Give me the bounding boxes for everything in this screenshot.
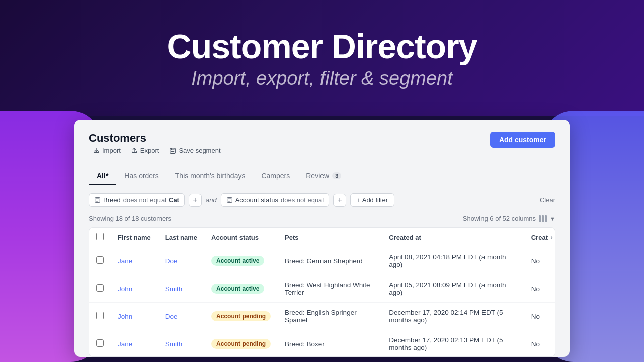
cell-extra: No — [524, 330, 555, 357]
cell-first-name: John — [111, 275, 158, 303]
scroll-right-icon[interactable]: › — [550, 233, 553, 241]
last-name-link[interactable]: Doe — [165, 257, 178, 265]
table-meta: Showing 18 of 18 customers Showing 6 of … — [89, 215, 555, 222]
header-checkbox-cell — [89, 228, 111, 247]
header-left: Customers Import Export — [89, 132, 225, 163]
card-header: Customers Import Export — [89, 132, 555, 163]
row-checkbox-cell — [89, 330, 111, 357]
cell-first-name: Jane — [111, 247, 158, 275]
row-checkbox[interactable] — [96, 339, 104, 347]
svg-rect-0 — [170, 148, 176, 153]
row-checkbox-cell — [89, 303, 111, 330]
customers-table-wrapper: First name Last name Account status Pets… — [89, 227, 555, 357]
last-name-link[interactable]: Smith — [165, 340, 183, 348]
table-row: Jane Smith Account pending Breed: Boxer … — [89, 330, 555, 357]
add-filter-button[interactable]: + Add filter — [350, 193, 394, 207]
status-filter[interactable]: Account status does not equal — [221, 193, 330, 207]
first-name-link[interactable]: John — [118, 285, 132, 293]
table-row: John Doe Account pending Breed: English … — [89, 303, 555, 330]
header-pets: Pets — [278, 228, 382, 247]
row-checkbox[interactable] — [96, 284, 104, 292]
showing-columns-text: Showing 6 of 52 columns — [463, 215, 536, 222]
tabs-container: All* Has orders This month's birthdays C… — [89, 167, 555, 185]
row-checkbox[interactable] — [96, 312, 104, 319]
cell-first-name: Jane — [111, 330, 158, 357]
cell-extra: No — [524, 247, 555, 275]
cell-pets: Breed: English Springer Spaniel — [278, 303, 382, 330]
header-last-name: Last name — [158, 228, 204, 247]
status-filter-plus[interactable]: + — [333, 194, 346, 207]
cell-last-name: Doe — [158, 303, 204, 330]
cell-last-name: Doe — [158, 247, 204, 275]
header-created-extra: Creat › — [524, 228, 555, 247]
import-button[interactable]: Import — [89, 145, 125, 156]
tab-has-orders[interactable]: Has orders — [116, 168, 167, 185]
tab-birthdays[interactable]: This month's birthdays — [167, 168, 254, 185]
cell-extra: No — [524, 303, 555, 330]
hero-title: Customer Directory — [167, 27, 477, 66]
row-checkbox[interactable] — [96, 256, 104, 264]
columns-icon — [539, 215, 547, 222]
columns-selector[interactable]: Showing 6 of 52 columns ▼ — [463, 215, 555, 222]
table-row: Jane Doe Account active Breed: German Sh… — [89, 247, 555, 275]
export-button[interactable]: Export — [127, 145, 164, 156]
select-all-checkbox[interactable] — [96, 233, 104, 240]
showing-customers-text: Showing 18 of 18 customers — [89, 215, 171, 222]
cell-extra: No — [524, 275, 555, 303]
breed-filter-icon — [94, 197, 101, 203]
breed-filter[interactable]: Breed does not equal Cat — [89, 193, 185, 207]
customers-table: First name Last name Account status Pets… — [89, 228, 555, 357]
status-badge: Account active — [211, 256, 264, 266]
cell-pets: Breed: Boxer — [278, 330, 382, 357]
cell-first-name: John — [111, 303, 158, 330]
export-icon — [131, 147, 138, 154]
main-card: Customers Import Export — [74, 120, 570, 357]
first-name-link[interactable]: Jane — [118, 340, 132, 348]
tab-campers[interactable]: Campers — [253, 168, 298, 185]
table-header-row: First name Last name Account status Pets… — [89, 228, 555, 247]
cell-pets: Breed: West Highland White Terrier — [278, 275, 382, 303]
add-customer-button[interactable]: Add customer — [490, 132, 555, 148]
breed-filter-plus[interactable]: + — [189, 194, 202, 207]
hero-subtitle: Import, export, filter & segment — [191, 68, 453, 89]
tab-review[interactable]: Review 3 — [298, 168, 349, 185]
table-row: John Smith Account active Breed: West Hi… — [89, 275, 555, 303]
chevron-down-icon: ▼ — [550, 216, 555, 222]
cell-created-at: April 05, 2021 08:09 PM EDT (a month ago… — [382, 275, 524, 303]
tab-all[interactable]: All* — [89, 168, 116, 185]
status-badge: Account active — [211, 284, 264, 294]
page-title: Customers — [89, 132, 225, 145]
save-segment-button[interactable]: Save segment — [165, 145, 224, 156]
toolbar: Import Export Save segment — [89, 145, 225, 156]
last-name-link[interactable]: Smith — [165, 285, 183, 293]
save-segment-icon — [169, 147, 176, 154]
hero-section: Customer Directory Import, export, filte… — [0, 0, 644, 116]
header-first-name: First name — [111, 228, 158, 247]
cell-created-at: April 08, 2021 04:18 PM EDT (a month ago… — [382, 247, 524, 275]
cell-account-status: Account pending — [204, 303, 278, 330]
status-badge: Account pending — [211, 339, 271, 349]
cell-created-at: December 17, 2020 02:14 PM EDT (5 months… — [382, 303, 524, 330]
cell-account-status: Account pending — [204, 330, 278, 357]
cell-created-at: December 17, 2020 02:13 PM EDT (5 months… — [382, 330, 524, 357]
cell-account-status: Account active — [204, 247, 278, 275]
status-badge: Account pending — [211, 311, 271, 321]
cell-account-status: Account active — [204, 275, 278, 303]
cell-last-name: Smith — [158, 330, 204, 357]
import-icon — [93, 147, 100, 154]
filter-and-label: and — [206, 196, 217, 204]
filter-row: Breed does not equal Cat + and Account s… — [89, 193, 555, 207]
cell-last-name: Smith — [158, 275, 204, 303]
first-name-link[interactable]: Jane — [118, 257, 132, 265]
clear-filters-button[interactable]: Clear — [540, 196, 555, 204]
row-checkbox-cell — [89, 247, 111, 275]
header-created-at: Created at — [382, 228, 524, 247]
first-name-link[interactable]: John — [118, 313, 132, 320]
row-checkbox-cell — [89, 275, 111, 303]
cell-pets: Breed: German Shepherd — [278, 247, 382, 275]
header-account-status: Account status — [204, 228, 278, 247]
last-name-link[interactable]: Doe — [165, 313, 178, 320]
status-filter-icon — [226, 197, 233, 203]
